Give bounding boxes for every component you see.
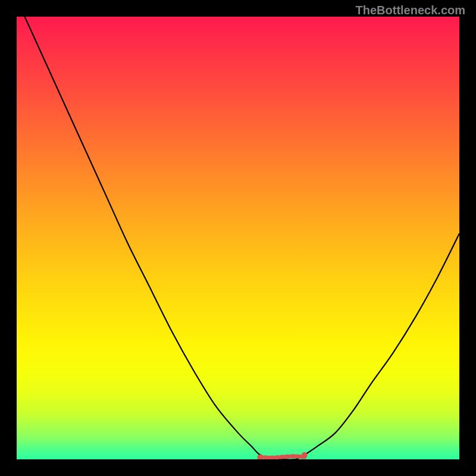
- chart-plot-area: [17, 17, 459, 459]
- watermark-text: TheBottleneck.com: [356, 4, 465, 17]
- chart-curve-layer: [17, 17, 459, 459]
- flat-region-end-dot: [302, 452, 308, 458]
- bottleneck-curve-path: [17, 17, 459, 459]
- flat-region-highlight: [260, 456, 304, 458]
